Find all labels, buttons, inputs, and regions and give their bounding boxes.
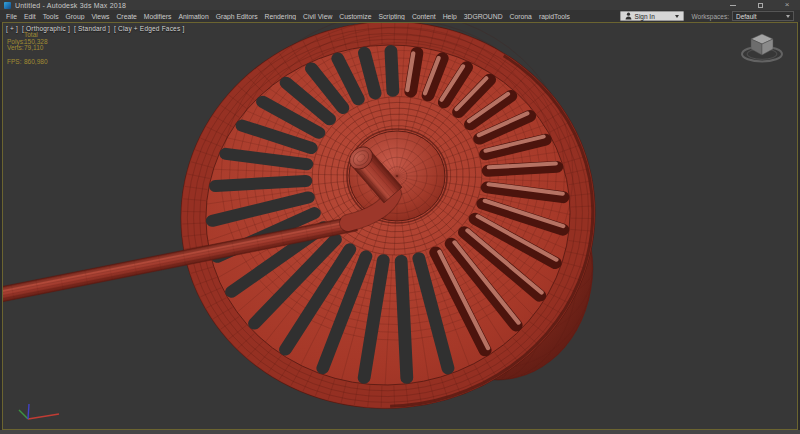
stats-fps-label: FPS: [7,59,24,66]
restore-icon [758,3,763,8]
menu-item-rendering[interactable]: Rendering [265,13,296,20]
workspaces-control: Workspaces: Default [692,11,794,21]
restore-button[interactable] [755,1,765,10]
menu-item-corona[interactable]: Corona [510,13,532,20]
3dsmax-app-icon[interactable] [4,2,11,9]
person-icon [625,12,632,20]
workspaces-value: Default [736,13,757,20]
app-window: Untitled - Autodesk 3ds Max 2018 × File … [0,0,800,434]
perspective-viewport[interactable]: [ + ] [ Orthographic ] [ Standard ] [ Cl… [2,22,798,430]
viewport-menu-general[interactable]: [ + ] [6,25,18,32]
menu-item-animation[interactable]: Animation [178,13,208,20]
sign-in-button[interactable]: Sign In [620,11,684,21]
menu-bar: File Edit Tools Group Views Create Modif… [0,10,800,22]
viewport-canvas[interactable] [3,23,797,429]
window-bottom-edge [0,430,800,434]
wheel-disc [161,23,614,429]
stats-fps-value: 860,980 [24,59,48,66]
world-axis-gizmo [19,404,59,419]
menu-item-views[interactable]: Views [91,13,109,20]
window-title: Untitled - Autodesk 3ds Max 2018 [15,2,126,9]
workspaces-caret-icon [786,15,790,18]
menu-item-rapidtools[interactable]: rapidTools [539,13,570,20]
menu-item-3dground[interactable]: 3DGROUND [464,13,503,20]
menu-item-edit[interactable]: Edit [24,13,36,20]
menu-item-file[interactable]: File [6,13,17,20]
main-menu: File Edit Tools Group Views Create Modif… [6,13,570,20]
sign-in-label: Sign In [635,13,655,20]
menu-item-modifiers[interactable]: Modifiers [144,13,172,20]
minimize-icon [730,5,736,6]
minimize-button[interactable] [728,1,738,10]
menu-item-help[interactable]: Help [443,13,457,20]
menu-item-scripting[interactable]: Scripting [378,13,404,20]
menu-item-customize[interactable]: Customize [339,13,371,20]
sign-in-caret-icon [675,15,679,18]
stats-verts-label: Verts: [7,45,24,52]
workspaces-label: Workspaces: [692,13,729,20]
menu-item-create[interactable]: Create [116,13,136,20]
viewport-menu-shading[interactable]: [ Clay + Edged Faces ] [114,25,184,32]
viewport-menu-style[interactable]: [ Standard ] [74,25,110,32]
viewport-statistics: Total Polys:150,328 Verts:79,110 FPS:860… [7,32,48,65]
viewcube[interactable] [742,34,782,62]
menu-item-group[interactable]: Group [66,13,85,20]
close-button[interactable]: × [782,1,792,10]
menu-item-civil-view[interactable]: Civil View [303,13,332,20]
workspaces-dropdown[interactable]: Default [732,11,794,21]
menu-item-content[interactable]: Content [412,13,436,20]
window-controls: × [728,1,796,10]
stats-verts-value: 79,110 [24,45,43,52]
title-bar: Untitled - Autodesk 3ds Max 2018 × [0,0,800,10]
menu-item-graph-editors[interactable]: Graph Editors [216,13,258,20]
menu-item-tools[interactable]: Tools [43,13,59,20]
